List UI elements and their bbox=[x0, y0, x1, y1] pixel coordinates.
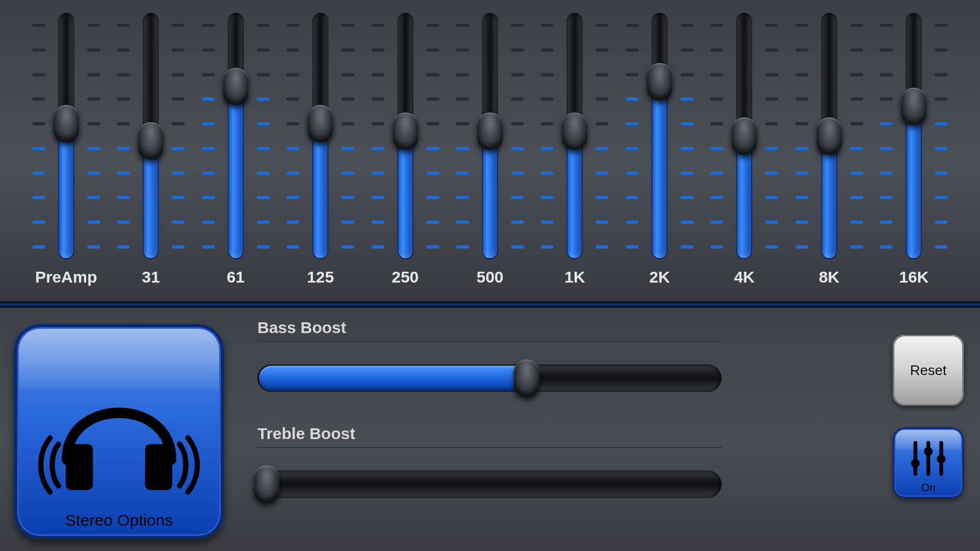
eq-band-preamp: PreAmp bbox=[24, 0, 108, 301]
eq-slider-b4k[interactable] bbox=[710, 8, 778, 265]
eq-fill-b500 bbox=[483, 131, 497, 258]
treble-boost-slider[interactable] bbox=[257, 470, 722, 498]
eq-label-b4k: 4K bbox=[734, 268, 754, 286]
eq-knob-b1k[interactable] bbox=[562, 112, 587, 150]
eq-on-label: On bbox=[921, 482, 936, 494]
eq-label-b16k: 16K bbox=[899, 268, 929, 286]
eq-on-button[interactable]: On bbox=[893, 427, 964, 498]
eq-label-b500: 500 bbox=[477, 268, 503, 286]
eq-knob-preamp[interactable] bbox=[53, 105, 79, 143]
eq-label-b2k: 2K bbox=[649, 268, 670, 286]
treble-boost-knob[interactable] bbox=[254, 465, 279, 503]
eq-slider-b61[interactable] bbox=[202, 8, 270, 265]
svg-rect-0 bbox=[66, 444, 93, 490]
equalizer-panel: PreAmp31611252505001K2K4K8K16K bbox=[0, 0, 980, 301]
eq-knob-b16k[interactable] bbox=[901, 88, 927, 125]
eq-band-b4k: 4K bbox=[702, 0, 787, 301]
eq-slider-b250[interactable] bbox=[372, 8, 439, 265]
eq-label-b1k: 1K bbox=[564, 268, 585, 286]
boost-section: Bass Boost Treble Boost bbox=[257, 319, 722, 531]
eq-band-b2k: 2K bbox=[617, 0, 702, 301]
eq-slider-b16k[interactable] bbox=[880, 8, 948, 265]
eq-knob-b2k[interactable] bbox=[647, 63, 673, 101]
bass-boost-slider[interactable] bbox=[257, 364, 722, 392]
eq-band-b31: 31 bbox=[108, 0, 193, 301]
bass-boost-label: Bass Boost bbox=[257, 319, 722, 337]
eq-knob-b250[interactable] bbox=[393, 112, 418, 150]
reset-button[interactable]: Reset bbox=[893, 335, 964, 406]
bass-boost-group: Bass Boost bbox=[257, 319, 722, 392]
eq-band-b500: 500 bbox=[447, 0, 532, 301]
sliders-icon bbox=[905, 437, 952, 482]
eq-band-b125: 125 bbox=[278, 0, 362, 301]
eq-knob-b31[interactable] bbox=[138, 122, 164, 160]
eq-band-b61: 61 bbox=[193, 0, 278, 301]
eq-label-preamp: PreAmp bbox=[35, 268, 97, 286]
treble-boost-divider bbox=[257, 447, 722, 449]
eq-fill-b16k bbox=[907, 107, 921, 258]
eq-slider-b2k[interactable] bbox=[626, 8, 694, 265]
eq-fill-b2k bbox=[653, 82, 667, 258]
eq-slider-preamp[interactable] bbox=[32, 8, 100, 265]
stereo-options-button[interactable]: Stereo Options bbox=[14, 324, 224, 539]
eq-label-b8k: 8K bbox=[819, 268, 839, 286]
eq-knob-b8k[interactable] bbox=[816, 117, 842, 155]
eq-band-b1k: 1K bbox=[533, 0, 617, 301]
eq-fill-b125 bbox=[313, 124, 327, 258]
eq-slider-b125[interactable] bbox=[286, 8, 354, 265]
eq-slider-b1k[interactable] bbox=[541, 8, 608, 265]
eq-label-b125: 125 bbox=[307, 268, 334, 286]
bass-boost-divider bbox=[257, 341, 722, 343]
svg-point-6 bbox=[924, 447, 933, 456]
treble-boost-group: Treble Boost bbox=[257, 425, 722, 498]
eq-slider-b8k[interactable] bbox=[795, 8, 863, 265]
treble-boost-label: Treble Boost bbox=[257, 425, 722, 443]
svg-point-7 bbox=[937, 455, 946, 463]
reset-button-label: Reset bbox=[910, 362, 947, 379]
eq-knob-b61[interactable] bbox=[223, 68, 249, 105]
eq-knob-b500[interactable] bbox=[477, 112, 503, 150]
eq-fill-preamp bbox=[59, 124, 73, 258]
eq-band-b16k: 16K bbox=[872, 0, 956, 301]
eq-label-b31: 31 bbox=[142, 268, 159, 286]
eq-fill-b1k bbox=[568, 131, 582, 258]
eq-knob-b125[interactable] bbox=[307, 105, 333, 143]
eq-slider-b31[interactable] bbox=[117, 8, 185, 265]
eq-fill-b250 bbox=[398, 131, 412, 258]
eq-label-b250: 250 bbox=[392, 268, 419, 286]
svg-rect-1 bbox=[145, 444, 172, 490]
eq-band-b250: 250 bbox=[363, 0, 447, 301]
panel-divider bbox=[0, 301, 980, 308]
right-button-column: Reset On bbox=[893, 335, 964, 498]
eq-knob-b4k[interactable] bbox=[731, 117, 757, 155]
stereo-options-label: Stereo Options bbox=[65, 511, 173, 529]
headphones-icon bbox=[36, 364, 202, 511]
bass-boost-knob[interactable] bbox=[514, 359, 540, 397]
eq-fill-b61 bbox=[229, 87, 243, 258]
eq-slider-b500[interactable] bbox=[456, 8, 524, 265]
svg-point-5 bbox=[911, 459, 920, 468]
bass-boost-fill bbox=[259, 366, 528, 391]
bottom-panel: Stereo Options Bass Boost Treble Boost R… bbox=[0, 308, 980, 551]
eq-band-b8k: 8K bbox=[787, 0, 871, 301]
eq-label-b61: 61 bbox=[227, 268, 244, 286]
